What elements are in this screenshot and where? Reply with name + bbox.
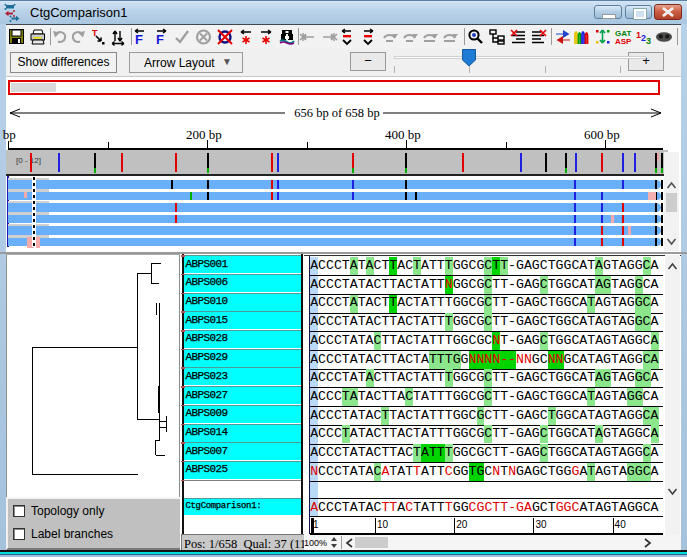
svg-text:F: F [156,32,164,46]
svg-text:ASP: ASP [615,37,632,46]
svg-text:3: 3 [646,36,651,46]
svg-text:F: F [135,32,143,46]
